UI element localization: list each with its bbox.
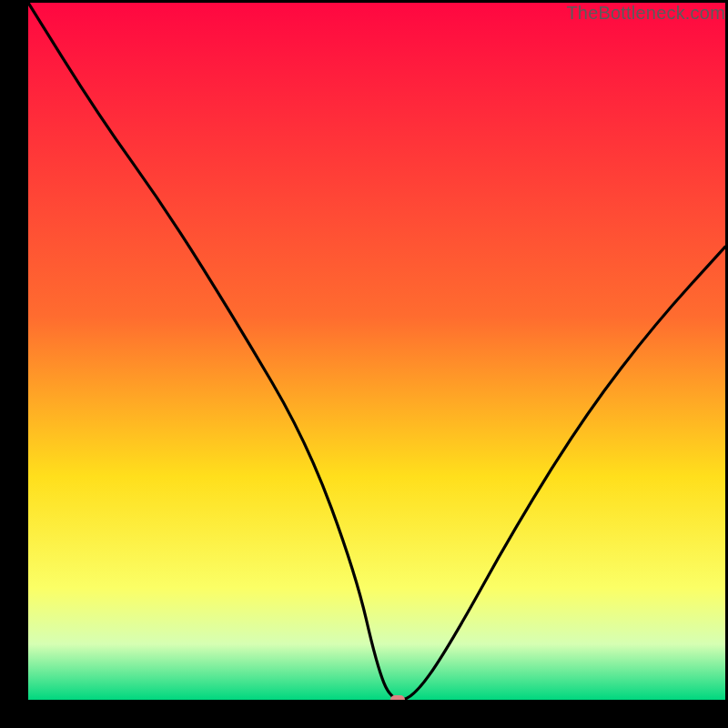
optimal-marker xyxy=(390,695,405,700)
gradient-bg xyxy=(28,3,725,700)
watermark-text: TheBottleneck.com xyxy=(566,3,725,24)
chart-svg xyxy=(28,3,725,700)
chart-area xyxy=(28,3,725,700)
